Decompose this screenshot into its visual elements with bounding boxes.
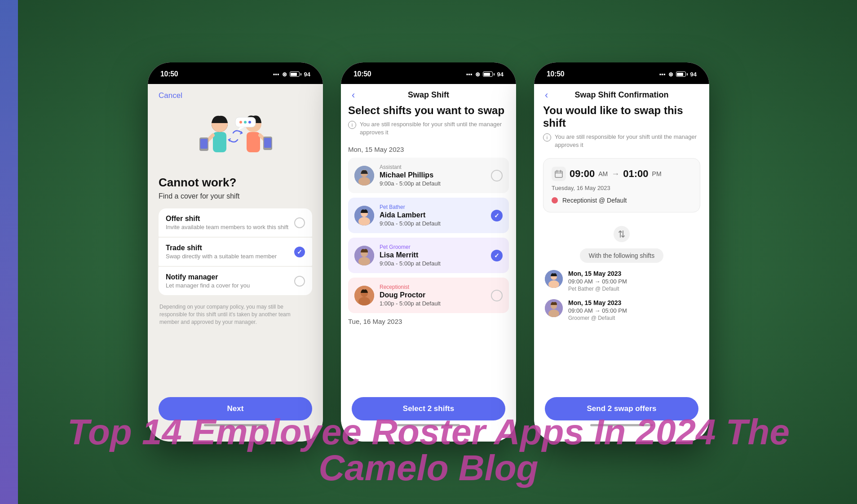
shift-select-aida[interactable] bbox=[491, 210, 503, 221]
date-label-1: Mon, 15 May 2023 bbox=[348, 146, 509, 153]
shift-select-michael[interactable] bbox=[491, 170, 503, 181]
back-button-3[interactable]: ‹ bbox=[545, 89, 548, 101]
swap-avatar-2 bbox=[545, 299, 563, 317]
info-banner-3: i You are still responsible for your shi… bbox=[543, 133, 700, 149]
shift-role-michael: Assistant bbox=[380, 164, 486, 170]
time-3: 10:50 bbox=[547, 70, 564, 78]
shift-info-aida: Pet Bather Aida Lambert 9:00a - 5:00p at… bbox=[380, 204, 486, 227]
date-label-2: Tue, 16 May 2023 bbox=[348, 318, 509, 325]
conf-role-row: Receptionist @ Default bbox=[552, 197, 692, 204]
option-trade-shift[interactable]: Trade shift Swap directly with a suitabl… bbox=[159, 238, 312, 266]
option-offer-shift[interactable]: Offer shift Invite available team member… bbox=[159, 208, 312, 237]
shift-card-lisa[interactable]: Pet Groomer Lisa Merritt 9:00a - 5:00p a… bbox=[348, 238, 509, 273]
swap-illustration bbox=[190, 111, 280, 173]
avatar-doug bbox=[354, 286, 374, 305]
swap-date-1: Mon, 15 May 2023 bbox=[568, 270, 627, 277]
signal-icon-2: ▪▪▪ bbox=[466, 71, 473, 78]
svg-point-10 bbox=[239, 121, 242, 124]
wifi-icon-3: ⊛ bbox=[668, 71, 673, 78]
phones-container: 10:50 ▪▪▪ ⊛ 94 Cancel bbox=[139, 53, 718, 451]
phone1-content: Cancel bbox=[148, 84, 323, 442]
battery-pct-1: 94 bbox=[304, 71, 310, 78]
shift-select-lisa[interactable] bbox=[491, 250, 503, 261]
phone3-bottom: Send 2 swap offers bbox=[534, 390, 709, 442]
send-swap-offers-button[interactable]: Send 2 swap offers bbox=[545, 397, 698, 420]
phone1-main: Cannot work? Find a cover for your shift… bbox=[148, 176, 323, 390]
swap-role-1: Pet Bather @ Default bbox=[568, 286, 627, 292]
phone1-bottom: Next bbox=[148, 390, 323, 442]
conf-time: 09:00 AM → 01:00 PM bbox=[570, 168, 662, 180]
cancel-button[interactable]: Cancel bbox=[159, 91, 182, 100]
phone2-bottom: Select 2 shifts bbox=[341, 390, 516, 442]
home-indicator-1 bbox=[204, 424, 267, 426]
shift-card-michael[interactable]: Assistant Michael Phillips 9:00a - 5:00p… bbox=[348, 158, 509, 193]
swap-shift-details-1: Mon, 15 May 2023 09:00 AM → 05:00 PM Pet… bbox=[568, 270, 627, 292]
next-button[interactable]: Next bbox=[159, 397, 312, 420]
shift-info-lisa: Pet Groomer Lisa Merritt 9:00a - 5:00p a… bbox=[380, 244, 486, 267]
select-shifts-button[interactable]: Select 2 shifts bbox=[352, 397, 505, 420]
trade-shift-radio[interactable] bbox=[294, 247, 305, 257]
signal-icon-1: ▪▪▪ bbox=[273, 71, 279, 78]
svg-point-11 bbox=[244, 121, 247, 124]
back-button-2[interactable]: ‹ bbox=[352, 89, 355, 101]
phone-2: 10:50 ▪▪▪ ⊛ 94 ‹ Swap Shift Select shift… bbox=[341, 62, 516, 442]
svg-rect-26 bbox=[555, 171, 562, 177]
offer-shift-title: Offer shift bbox=[166, 215, 288, 223]
battery-icon-3 bbox=[676, 71, 688, 77]
offer-shift-radio[interactable] bbox=[294, 217, 305, 228]
info-text-3: You are still responsible for your shift… bbox=[555, 133, 700, 149]
wifi-icon-1: ⊛ bbox=[282, 71, 287, 78]
role-dot bbox=[552, 197, 558, 203]
start-period: AM bbox=[598, 170, 608, 177]
status-bar-3: 10:50 ▪▪▪ ⊛ 94 bbox=[534, 62, 709, 84]
time-2: 10:50 bbox=[353, 70, 371, 78]
phone2-content: Select shifts you want to swap i You are… bbox=[341, 104, 516, 390]
swap-shift-item-1: Mon, 15 May 2023 09:00 AM → 05:00 PM Pet… bbox=[543, 270, 700, 292]
battery-icon-1 bbox=[290, 71, 301, 77]
avatar-michael bbox=[354, 166, 374, 186]
info-icon-2: i bbox=[348, 121, 356, 129]
phone-1: 10:50 ▪▪▪ ⊛ 94 Cancel bbox=[148, 62, 323, 442]
shift-name-lisa: Lisa Merritt bbox=[380, 251, 486, 259]
shift-time-lisa: 9:00a - 5:00p at Default bbox=[380, 260, 486, 267]
swap-arrows-icon bbox=[614, 226, 630, 242]
section-title-3: You would like to swap this shift bbox=[543, 104, 700, 129]
status-icons-3: ▪▪▪ ⊛ 94 bbox=[659, 71, 697, 78]
battery-pct-3: 94 bbox=[690, 71, 697, 78]
end-period: PM bbox=[652, 170, 662, 177]
svg-rect-4 bbox=[200, 139, 208, 149]
swap-shift-details-2: Mon, 15 May 2023 09:00 AM → 05:00 PM Gro… bbox=[568, 299, 627, 321]
svg-rect-2 bbox=[213, 132, 226, 152]
svg-rect-6 bbox=[247, 132, 260, 152]
svg-point-12 bbox=[248, 121, 251, 124]
conf-date: Tuesday, 16 May 2023 bbox=[552, 185, 692, 191]
shift-card-aida[interactable]: Pet Bather Aida Lambert 9:00a - 5:00p at… bbox=[348, 198, 509, 233]
nav-title-3: Swap Shift Confirmation bbox=[575, 90, 669, 100]
shift-select-doug[interactable] bbox=[491, 290, 503, 301]
conf-role-text: Receptionist @ Default bbox=[562, 197, 627, 204]
offer-shift-text: Offer shift Invite available team member… bbox=[166, 215, 288, 230]
shift-time-doug: 1:00p - 5:00p at Default bbox=[380, 300, 486, 307]
option-notify-manager[interactable]: Notify manager Let manager find a cover … bbox=[159, 267, 312, 295]
signal-icon-3: ▪▪▪ bbox=[659, 71, 666, 78]
with-following-label: With the following shifts bbox=[580, 248, 663, 263]
avatar-aida bbox=[354, 206, 374, 225]
offer-shift-desc: Invite available team members to work th… bbox=[166, 224, 288, 230]
shift-role-aida: Pet Bather bbox=[380, 204, 486, 210]
shift-info-doug: Receptionist Doug Proctor 1:00p - 5:00p … bbox=[380, 284, 486, 307]
with-following-row: With the following shifts bbox=[543, 248, 700, 263]
start-time: 09:00 bbox=[570, 168, 595, 180]
home-indicator-2 bbox=[397, 424, 460, 426]
info-banner-2: i You are still responsible for your shi… bbox=[348, 120, 509, 137]
shift-info-michael: Assistant Michael Phillips 9:00a - 5:00p… bbox=[380, 164, 486, 187]
notify-manager-radio[interactable] bbox=[294, 276, 305, 287]
time-arrow: → bbox=[611, 169, 619, 179]
cannot-work-title: Cannot work? bbox=[159, 176, 312, 190]
swap-avatar-1 bbox=[545, 270, 563, 288]
swap-shift-item-2: Mon, 15 May 2023 09:00 AM → 05:00 PM Gro… bbox=[543, 299, 700, 321]
trade-shift-text: Trade shift Swap directly with a suitabl… bbox=[166, 244, 277, 260]
section-title-2: Select shifts you want to swap bbox=[348, 104, 509, 117]
info-text-2: You are still responsible for your shift… bbox=[360, 120, 509, 137]
shift-card-doug[interactable]: Receptionist Doug Proctor 1:00p - 5:00p … bbox=[348, 278, 509, 313]
info-icon-3: i bbox=[543, 133, 551, 141]
